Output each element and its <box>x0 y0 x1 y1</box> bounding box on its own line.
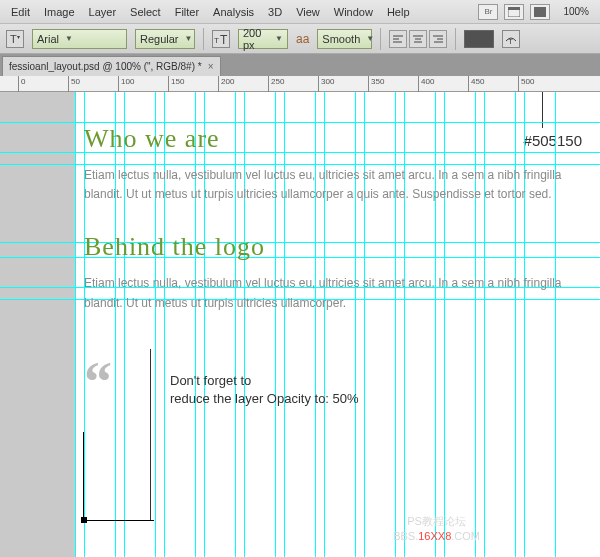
pasteboard <box>0 92 75 557</box>
menu-layer[interactable]: Layer <box>82 6 124 18</box>
text-size-icon: TT <box>212 30 230 48</box>
tab-label: fessioanl_layout.psd @ 100% (", RGB/8#) … <box>9 61 202 72</box>
bridge-icon[interactable]: Br <box>478 4 498 20</box>
align-left-button[interactable] <box>389 30 407 48</box>
menu-analysis[interactable]: Analysis <box>206 6 261 18</box>
document-content: Who we are Etiam lectus nulla, vestibulu… <box>84 124 576 341</box>
guide-horizontal[interactable] <box>0 122 600 123</box>
align-group <box>389 30 447 48</box>
menu-select[interactable]: Select <box>123 6 168 18</box>
svg-rect-1 <box>508 7 520 10</box>
svg-rect-2 <box>534 7 546 17</box>
separator <box>455 28 456 50</box>
document-tab-strip: fessioanl_layout.psd @ 100% (", RGB/8#) … <box>0 54 600 76</box>
svg-text:T: T <box>10 33 17 45</box>
antialias-dropdown[interactable]: Smooth▼ <box>317 29 372 49</box>
font-weight-dropdown[interactable]: Regular▼ <box>135 29 195 49</box>
align-center-button[interactable] <box>409 30 427 48</box>
zoom-level[interactable]: 100% <box>556 6 596 17</box>
separator <box>380 28 381 50</box>
canvas[interactable]: #505150 Who we are Etiam lectus nulla, v… <box>0 92 600 557</box>
align-right-button[interactable] <box>429 30 447 48</box>
menu-image[interactable]: Image <box>37 6 82 18</box>
heading-behind-logo: Behind the logo <box>84 232 576 262</box>
antialias-label: aa <box>296 32 309 46</box>
menu-filter[interactable]: Filter <box>168 6 206 18</box>
layout-icon[interactable] <box>504 4 524 20</box>
menu-edit[interactable]: Edit <box>4 6 37 18</box>
text-color-swatch[interactable] <box>464 30 494 48</box>
measurement-bracket <box>83 432 153 522</box>
screen-mode-icon[interactable] <box>530 4 550 20</box>
paragraph-1: Etiam lectus nulla, vestibulum vel luctu… <box>84 166 576 204</box>
warp-text-icon[interactable]: T <box>502 30 520 48</box>
paragraph-2: Etiam lectus nulla, vestibulum vel luctu… <box>84 274 576 312</box>
annotation-note: Don't forget to reduce the layer Opacity… <box>170 372 359 408</box>
separator <box>203 28 204 50</box>
svg-text:T: T <box>214 36 219 45</box>
quote-glyph: “ <box>84 350 104 414</box>
options-bar: T Arial▼ Regular▼ TT 200 px▼ aa Smooth▼ … <box>0 24 600 54</box>
font-size-dropdown[interactable]: 200 px▼ <box>238 29 288 49</box>
heading-who-we-are: Who we are <box>84 124 576 154</box>
menu-help[interactable]: Help <box>380 6 417 18</box>
watermark: PS教程论坛 BBS.16XX8.COM <box>393 514 480 543</box>
horizontal-ruler[interactable]: 0 50 100 150 200 250 300 350 400 450 500 <box>0 76 600 92</box>
menu-view[interactable]: View <box>289 6 327 18</box>
menu-bar: Edit Image Layer Select Filter Analysis … <box>0 0 600 24</box>
guide-vertical[interactable] <box>75 92 76 557</box>
text-tool-icon[interactable]: T <box>6 30 24 48</box>
menu-3d[interactable]: 3D <box>261 6 289 18</box>
document-tab[interactable]: fessioanl_layout.psd @ 100% (", RGB/8#) … <box>2 56 221 76</box>
close-icon[interactable]: × <box>208 61 214 72</box>
menu-window[interactable]: Window <box>327 6 380 18</box>
svg-text:T: T <box>220 33 228 45</box>
svg-text:T: T <box>508 37 513 45</box>
font-family-dropdown[interactable]: Arial▼ <box>32 29 127 49</box>
